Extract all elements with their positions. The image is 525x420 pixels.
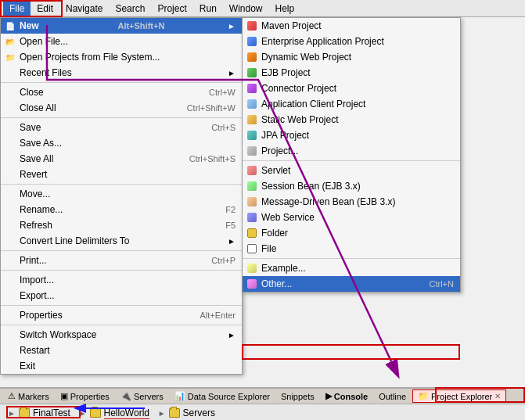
folder-icon [246,227,258,239]
file-icon [246,242,258,255]
menu-revert[interactable]: Revert [1,167,242,182]
submenu-dynamic-web[interactable]: Dynamic Web Project [243,49,460,65]
tab-project-explorer[interactable]: 📁 Project Explorer ✕ [412,389,506,403]
open-projects-icon: 📁 [4,51,16,63]
menu-rename[interactable]: Rename... F2 [1,202,242,217]
menu-run[interactable]: Run [193,2,223,16]
submenu-enterprise[interactable]: Enterprise Application Project [243,34,460,49]
menu-import[interactable]: Import... [1,272,242,288]
menu-properties[interactable]: Properties Alt+Enter [1,307,242,323]
menu-convert[interactable]: Convert Line Delimiters To ► [1,233,242,249]
tab-snippets[interactable]: Snippets [276,391,319,402]
menubar: File Edit Navigate Search Project Run Wi… [0,0,525,17]
ws-icon [246,211,258,224]
submenu-web-service[interactable]: Web Service [243,210,460,225]
menu-export[interactable]: Export... [1,288,242,303]
file-dropdown: 📄 New Alt+Shift+N ► 📂 Open File... 📁 Ope… [0,17,243,375]
other-highlight-box [242,344,460,360]
menu-search[interactable]: Search [109,2,151,16]
menu-save[interactable]: Save Ctrl+S [1,120,242,135]
tab-console[interactable]: ▶ Console [321,390,372,402]
menu-restart[interactable]: Restart [1,343,242,358]
submenu-connector[interactable]: Connector Project [243,81,460,96]
menu-open-projects[interactable]: 📁 Open Projects from File System... [1,49,242,65]
tab-data-source[interactable]: 📊 Data Source Explorer [170,390,275,402]
new-icon: 📄 [4,20,16,32]
tab-servers[interactable]: 🔌 Servers [116,390,168,402]
separator-6 [1,305,242,306]
separator-4 [1,250,242,251]
tree-item-helloworld[interactable]: ► HelloWorld [77,407,151,420]
new-submenu: Maven Project Enterprise Application Pro… [242,17,461,293]
submenu-jpa[interactable]: JPA Project [243,127,460,143]
menu-close-all[interactable]: Close All Ctrl+Shift+W [1,100,242,116]
menu-save-as[interactable]: Save As... [1,135,242,151]
jpa-icon [246,129,258,142]
menu-recent-files[interactable]: Recent Files ► [1,65,242,81]
separator-5 [1,270,242,271]
menu-move[interactable]: Move... [1,186,242,202]
finaltest-folder-icon [19,408,30,418]
menu-refresh[interactable]: Refresh F5 [1,217,242,233]
menu-project[interactable]: Project [151,2,192,16]
submenu-ejb[interactable]: EJB Project [243,65,460,81]
menu-window[interactable]: Window [223,2,269,16]
ejb-icon [246,66,258,79]
conn-icon [246,82,258,95]
project-tree: ► FinalTest ► HelloWorld ► Servers [0,404,525,420]
menu-exit[interactable]: Exit [1,358,242,374]
submenu-maven[interactable]: Maven Project [243,18,460,34]
ac-icon [246,98,258,110]
menu-close[interactable]: Close Ctrl+W [1,84,242,100]
servlet-icon [246,164,258,177]
right-panel [461,17,525,387]
helloworld-folder-icon [90,408,101,418]
sub-sep-2 [243,258,460,259]
tab-properties[interactable]: ▣ Properties [56,390,114,402]
menu-navigate[interactable]: Navigate [59,2,109,16]
menu-open-file[interactable]: 📂 Open File... [1,34,242,49]
menu-help[interactable]: Help [269,2,301,16]
tab-markers[interactable]: ⚠ Markers [3,390,54,402]
separator-1 [1,82,242,83]
other-icon [246,278,258,290]
submenu-other[interactable]: Other... Ctrl+N [243,276,460,292]
menu-switch-workspace[interactable]: Switch Workspace ► [1,327,242,343]
ep-icon [246,35,258,48]
submenu-mdb[interactable]: Message-Driven Bean (EJB 3.x) [243,194,460,210]
menu-edit[interactable]: Edit [31,2,59,16]
submenu-session-bean[interactable]: Session Bean (EJB 3.x) [243,178,460,194]
main-area: 📄 New Alt+Shift+N ► 📂 Open File... 📁 Ope… [0,17,525,387]
menu-save-all[interactable]: Save All Ctrl+Shift+S [1,151,242,167]
sw-icon [246,113,258,126]
separator-2 [1,117,242,118]
tree-item-finaltest[interactable]: ► FinalTest [6,407,72,419]
open-file-icon: 📂 [4,35,16,48]
servers-folder-icon [169,408,180,418]
bottom-panel: ⚠ Markers ▣ Properties 🔌 Servers 📊 Data … [0,387,525,420]
submenu-project[interactable]: Project... [243,143,460,159]
menu-new[interactable]: 📄 New Alt+Shift+N ► [1,18,242,34]
submenu-static-web[interactable]: Static Web Project [243,112,460,127]
bottom-tabs: ⚠ Markers ▣ Properties 🔌 Servers 📊 Data … [0,389,525,404]
submenu-file[interactable]: File [243,241,460,257]
maven-icon [246,20,258,32]
menu-file[interactable]: File [3,2,31,16]
ex-icon [246,262,258,275]
dw-icon [246,51,258,63]
tab-outline[interactable]: Outline [374,391,411,402]
sb-icon [246,180,258,192]
submenu-app-client[interactable]: Application Client Project [243,96,460,112]
sub-sep-1 [243,160,460,161]
separator-7 [1,325,242,325]
separator-3 [1,184,242,185]
submenu-example[interactable]: Example... [243,260,460,276]
submenu-servlet[interactable]: Servlet [243,163,460,178]
tree-item-servers[interactable]: ► Servers [156,407,217,419]
proj-icon [246,145,258,157]
mdb-icon [246,196,258,208]
menu-print[interactable]: Print... Ctrl+P [1,253,242,268]
submenu-folder[interactable]: Folder [243,225,460,241]
